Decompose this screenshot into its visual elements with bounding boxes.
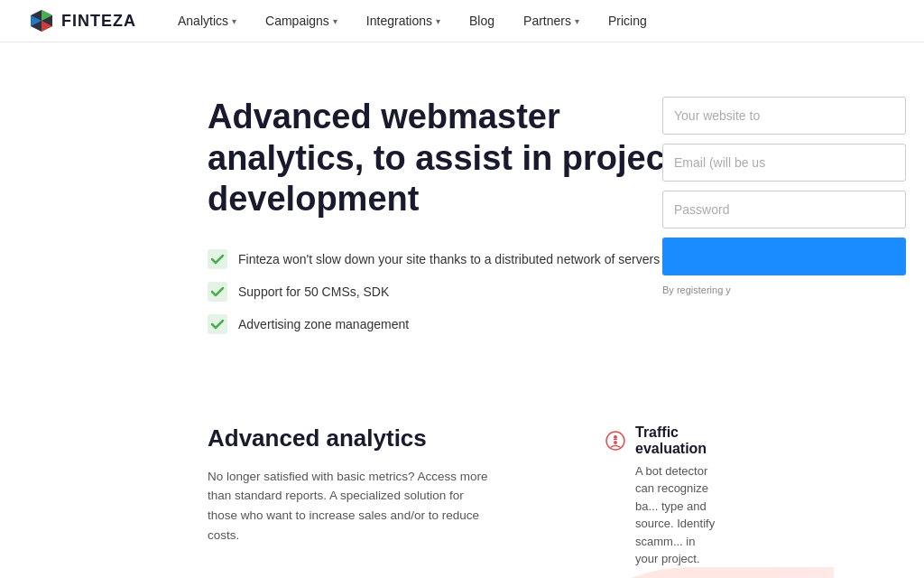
nav-item-blog[interactable]: Blog [457, 0, 507, 42]
logo-icon [29, 8, 54, 33]
bottom-section: Advanced analytics No longer satisfied w… [0, 388, 924, 578]
feature-traffic-title: Traffic evaluation [635, 424, 716, 457]
svg-rect-5 [208, 282, 227, 302]
register-button[interactable] [662, 238, 906, 275]
password-input[interactable] [662, 191, 906, 228]
chevron-down-icon: ▾ [232, 16, 236, 26]
svg-point-9 [614, 441, 617, 444]
nav-item-integrations[interactable]: Integrations ▾ [354, 0, 453, 42]
nav-item-pricing[interactable]: Pricing [596, 0, 660, 42]
nav-item-campaigns[interactable]: Campaigns ▾ [253, 0, 350, 42]
signup-form: By registering y [662, 97, 924, 295]
svg-rect-10 [614, 439, 617, 440]
advanced-analytics-description: No longer satisfied with basic metrics? … [208, 467, 496, 545]
checkmark-icon [208, 249, 227, 269]
checkmark-icon [208, 314, 227, 334]
nav-links: Analytics ▾ Campaigns ▾ Integrations ▾ B… [165, 0, 660, 42]
svg-point-8 [614, 435, 617, 439]
hero-section: Advanced webmaster analytics, to assist … [0, 42, 924, 388]
svg-rect-6 [208, 314, 227, 334]
features-right: Traffic evaluation A bot detector can re… [605, 424, 716, 578]
feature-traffic-description: A bot detector can recognize ba... type … [605, 462, 716, 568]
svg-rect-4 [208, 249, 227, 269]
hero-feature-3: Advertising zone management [208, 314, 744, 334]
feature-traffic: Traffic evaluation A bot detector can re… [605, 424, 716, 568]
email-input[interactable] [662, 144, 906, 182]
website-input[interactable] [662, 97, 906, 135]
logo[interactable]: FINTEZA [29, 8, 136, 33]
navigation: FINTEZA Analytics ▾ Campaigns ▾ Integrat… [0, 0, 924, 42]
chevron-down-icon: ▾ [333, 16, 337, 26]
checkmark-icon [208, 282, 227, 302]
nav-item-partners[interactable]: Partners ▾ [511, 0, 592, 42]
nav-item-analytics[interactable]: Analytics ▾ [165, 0, 249, 42]
chevron-down-icon: ▾ [575, 16, 579, 26]
advanced-analytics-title: Advanced analytics [208, 424, 532, 452]
advanced-analytics-block: Advanced analytics No longer satisfied w… [208, 424, 532, 578]
by-registering-text: By registering y [662, 284, 906, 295]
hero-title: Advanced webmaster analytics, to assist … [208, 97, 713, 220]
logo-text: FINTEZA [61, 12, 136, 31]
traffic-icon [605, 430, 626, 452]
feature-traffic-header: Traffic evaluation [605, 424, 716, 457]
chevron-down-icon: ▾ [436, 16, 440, 26]
